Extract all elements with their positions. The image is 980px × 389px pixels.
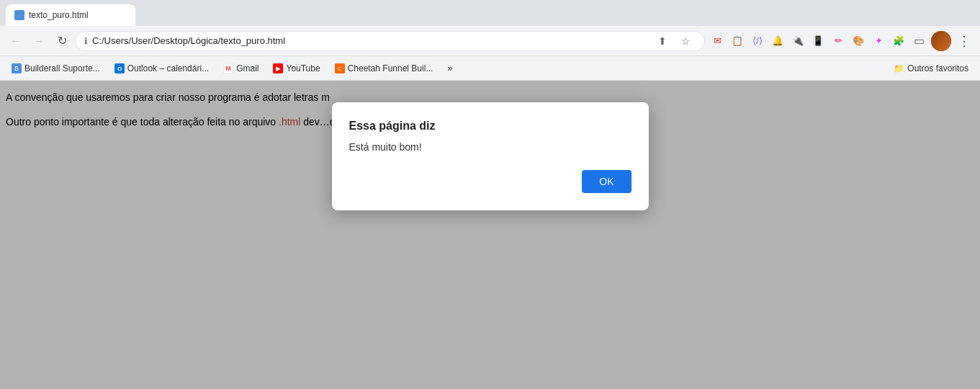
bookmark-outlook[interactable]: O Outlook – calendári... bbox=[109, 61, 215, 76]
bookmark-youtube[interactable]: ▶ YouTube bbox=[267, 61, 325, 76]
reload-icon: ↻ bbox=[58, 34, 67, 48]
bell-extension-icon[interactable]: 🔔 bbox=[768, 32, 787, 50]
paint-extension-icon[interactable]: 🎨 bbox=[849, 32, 868, 50]
reload-button[interactable]: ↻ bbox=[52, 31, 72, 51]
bookmark-builderall[interactable]: B Builderall Suporte... bbox=[6, 61, 106, 76]
tab-favicon bbox=[14, 10, 24, 20]
info-icon: ℹ bbox=[84, 36, 88, 46]
svg-text:O: O bbox=[117, 66, 122, 72]
svg-point-0 bbox=[16, 12, 23, 19]
nav-bar: ← → ↻ ℹ C:/Users/User/Desktop/Lógica/tex… bbox=[0, 26, 980, 56]
puzzle-extension-icon[interactable]: 🧩 bbox=[889, 32, 908, 50]
folder-icon: 📁 bbox=[894, 63, 904, 73]
profile-avatar[interactable] bbox=[931, 31, 951, 51]
youtube-favicon: ▶ bbox=[273, 63, 283, 73]
bookmark-gmail[interactable]: M Gmail bbox=[217, 61, 264, 76]
email-extension-icon[interactable]: ✉ bbox=[708, 32, 727, 50]
extension-icons: ✉ 📋 ⟨/⟩ 🔔 🔌 📱 ✏ 🎨 ✦ 🧩 ▭ bbox=[708, 32, 928, 50]
builderall-favicon: B bbox=[12, 63, 22, 73]
monitor-extension-icon[interactable]: ▭ bbox=[909, 32, 928, 50]
bookmark-gmail-label: Gmail bbox=[236, 63, 259, 73]
bookmark-youtube-label: YouTube bbox=[286, 63, 320, 73]
address-bar[interactable]: ℹ C:/Users/User/Desktop/Lógica/texto_pur… bbox=[75, 31, 705, 51]
back-button[interactable]: ← bbox=[6, 31, 26, 51]
bookmarks-folder-label: Outros favoritos bbox=[907, 63, 968, 73]
chrome-menu-button[interactable]: ⋮ bbox=[954, 31, 974, 51]
svg-text:M: M bbox=[225, 65, 231, 72]
bookmark-cheetah-label: Cheetah Funnel Buil... bbox=[348, 63, 433, 73]
page-content: A convenção que usaremos para criar noss… bbox=[0, 81, 980, 389]
bookmark-builderall-label: Builderall Suporte... bbox=[24, 63, 100, 73]
code-extension-icon[interactable]: ⟨/⟩ bbox=[748, 32, 767, 50]
share-button[interactable]: ⬆ bbox=[652, 31, 673, 51]
bookmarks-bar: B Builderall Suporte... O Outlook – cale… bbox=[0, 56, 980, 81]
tab-title: texto_puro.html bbox=[29, 10, 89, 20]
back-icon: ← bbox=[10, 35, 22, 48]
forward-icon: → bbox=[33, 35, 45, 48]
dialog-ok-button[interactable]: OK bbox=[582, 170, 631, 193]
bookmark-cheetah[interactable]: C Cheetah Funnel Buil... bbox=[329, 61, 439, 76]
phone-extension-icon[interactable]: 📱 bbox=[809, 32, 827, 50]
tab-bar: texto_puro.html bbox=[0, 0, 980, 26]
pen-extension-icon[interactable]: ✏ bbox=[829, 32, 848, 50]
bookmarks-folder[interactable]: 📁 Outros favoritos bbox=[888, 61, 974, 76]
dialog-message: Está muito bom! bbox=[349, 141, 631, 153]
address-text: C:/Users/User/Desktop/Lógica/texto_puro.… bbox=[92, 35, 648, 46]
active-tab[interactable]: texto_puro.html bbox=[6, 4, 135, 26]
bookmark-outlook-label: Outlook – calendári... bbox=[127, 63, 209, 73]
dialog-footer: OK bbox=[349, 170, 631, 193]
forward-button[interactable]: → bbox=[29, 31, 49, 51]
svg-text:C: C bbox=[338, 66, 342, 72]
bookmark-star-button[interactable]: ☆ bbox=[675, 31, 696, 51]
browser-frame: texto_puro.html ← → ↻ ℹ C:/Users/User/De… bbox=[0, 0, 980, 389]
gmail-favicon: M bbox=[223, 63, 233, 73]
cheetah-favicon: C bbox=[335, 63, 345, 73]
dialog-box: Essa página diz Está muito bom! OK bbox=[332, 102, 649, 210]
dialog-overlay: Essa página diz Está muito bom! OK bbox=[0, 81, 980, 389]
plugin-extension-icon[interactable]: 🔌 bbox=[788, 32, 807, 50]
spark-extension-icon[interactable]: ✦ bbox=[869, 32, 888, 50]
outlook-favicon: O bbox=[114, 63, 125, 73]
bookmarks-more-button[interactable]: » bbox=[441, 61, 458, 76]
calendar-extension-icon[interactable]: 📋 bbox=[728, 32, 747, 50]
address-actions: ⬆ ☆ bbox=[652, 31, 696, 51]
dialog-title: Essa página diz bbox=[349, 120, 631, 133]
